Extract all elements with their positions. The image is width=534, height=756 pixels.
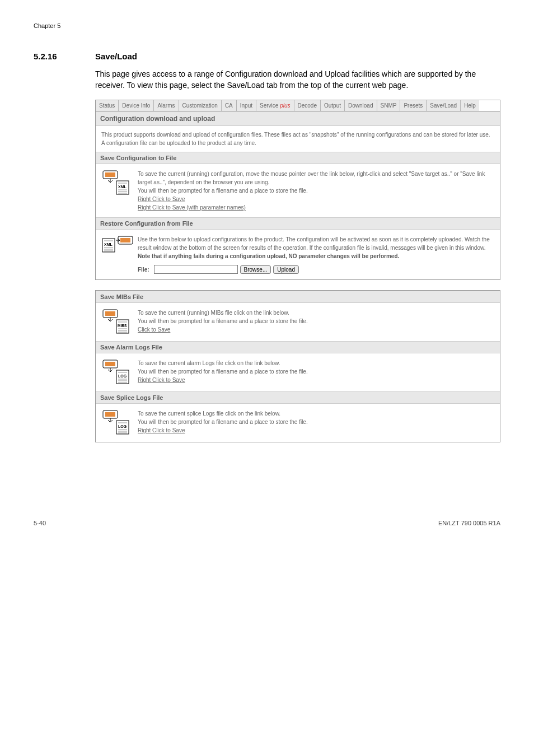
svg-rect-1 (105, 172, 115, 177)
tab-status[interactable]: Status (96, 100, 119, 111)
save-line2: You will then be prompted for a filename… (138, 186, 494, 195)
tab-output[interactable]: Output (321, 100, 345, 111)
svg-text:LOG: LOG (118, 374, 127, 378)
svg-rect-19 (105, 311, 115, 316)
restore-config-title: Restore Configuration from File (96, 217, 500, 230)
save-link1[interactable]: Right Click to Save (138, 196, 185, 202)
mibs-link[interactable]: Click to Save (138, 326, 170, 333)
plus-label: plus (280, 102, 290, 109)
alarm-line2: You will then be prompted for a filename… (138, 367, 494, 376)
save-config-title: Save Configuration to File (96, 152, 500, 164)
config-title: Configuration download and upload (96, 111, 500, 126)
svg-rect-28 (105, 362, 115, 366)
tab-presets[interactable]: Presets (400, 100, 427, 111)
tab-snmp[interactable]: SNMP (377, 100, 401, 111)
tab-ca[interactable]: CA (222, 100, 237, 111)
section-heading: 5.2.16 Save/Load (34, 52, 500, 61)
splice-line1: To save the current splice Logs file cli… (138, 409, 494, 418)
xml-download-icon: XML (101, 170, 132, 197)
tab-device-info[interactable]: Device Info (119, 100, 154, 111)
config-panel: Status Device Info Alarms Customization … (95, 100, 500, 280)
svg-text:MIBS: MIBS (118, 324, 127, 328)
alarm-log-download-icon: LOG (101, 359, 132, 386)
tab-service-label: Service (260, 102, 280, 109)
heading-title: Save/Load (95, 52, 137, 61)
mibs-line2: You will then be prompted for a filename… (138, 317, 494, 325)
file-input[interactable] (154, 265, 238, 274)
tab-input[interactable]: Input (237, 100, 256, 111)
tab-help[interactable]: Help (461, 100, 479, 111)
intro-paragraph: This page gives access to a range of Con… (95, 69, 500, 91)
tab-customization[interactable]: Customization (179, 100, 222, 111)
tab-save-load[interactable]: Save/Load (427, 100, 461, 111)
browse-button[interactable]: Browse... (240, 265, 271, 274)
mibs-title: Save MIBs File (96, 291, 500, 303)
save-link2[interactable]: Right Click to Save (with paramater name… (138, 204, 246, 211)
restore-bold: Note that if anything fails during a con… (138, 252, 494, 260)
mibs-download-icon: MIBS (101, 309, 132, 335)
save-line1: To save the current (running) configurat… (138, 170, 494, 186)
tab-service-plus[interactable]: Service plus (256, 100, 294, 111)
file-label: File: (138, 265, 149, 274)
upload-button[interactable]: Upload (273, 265, 299, 274)
restore-line1: Use the form below to upload configurati… (138, 235, 494, 252)
tab-alarms[interactable]: Alarms (154, 100, 179, 111)
svg-text:LOG: LOG (118, 424, 127, 428)
svg-text:XML: XML (118, 185, 127, 189)
mibs-line1: To save the current (running) MIBs file … (138, 309, 494, 317)
svg-rect-10 (120, 238, 130, 242)
tab-row: Status Device Info Alarms Customization … (96, 100, 500, 111)
tab-download[interactable]: Download (345, 100, 377, 111)
splice-title: Save Splice Logs File (96, 391, 500, 404)
splice-log-download-icon: LOG (101, 409, 132, 436)
footer-doc-id: EN/LZT 790 0005 R1A (438, 520, 500, 526)
alarm-title: Save Alarm Logs File (96, 341, 500, 353)
footer-page-number: 5-40 (34, 520, 46, 526)
alarm-line1: To save the current alarm Logs file clic… (138, 359, 494, 367)
tab-decode[interactable]: Decode (294, 100, 321, 111)
splice-line2: You will then be prompted for a filename… (138, 418, 494, 426)
splice-link[interactable]: Right Click to Save (138, 427, 185, 433)
xml-upload-icon: XML (101, 235, 132, 256)
alarm-link[interactable]: Right Click to Save (138, 377, 185, 383)
svg-text:XML: XML (104, 242, 113, 246)
config-intro: This product supports download and uploa… (96, 126, 500, 152)
heading-number: 5.2.16 (34, 52, 95, 61)
files-panel: Save MIBs File MIBS To save the current (95, 290, 500, 442)
chapter-label: Chapter 5 (34, 22, 500, 29)
svg-rect-37 (105, 412, 115, 417)
